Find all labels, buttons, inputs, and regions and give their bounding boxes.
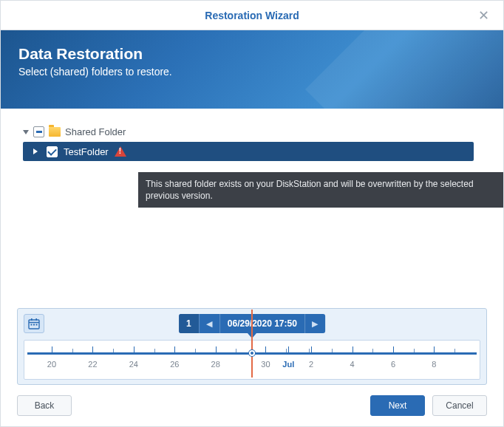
timeline-tick: [311, 346, 312, 352]
timeline-minor-tick: [195, 349, 196, 352]
timeline-tick-label: 8: [432, 360, 436, 369]
timeline-tick: [92, 346, 93, 352]
version-prev-button[interactable]: ◀: [199, 314, 219, 333]
tree-root-label: Shared Folder: [65, 126, 126, 137]
svg-rect-4: [31, 324, 33, 325]
timeline-tick-label: 2: [309, 360, 313, 369]
svg-rect-3: [35, 318, 37, 321]
checkbox-indeterminate[interactable]: [33, 126, 44, 137]
folder-icon: [49, 127, 61, 137]
timeline-minor-tick: [372, 349, 373, 352]
current-position-dot[interactable]: [249, 350, 255, 356]
timeline-minor-tick: [72, 349, 73, 352]
calendar-button[interactable]: [24, 314, 44, 333]
cancel-button[interactable]: Cancel: [432, 395, 487, 416]
tree-child-label: TestFolder: [64, 146, 109, 157]
current-position-line: [251, 310, 253, 378]
timeline-tick: [353, 346, 353, 352]
chevron-down-icon[interactable]: [23, 130, 29, 134]
back-button-label: Back: [35, 400, 55, 411]
timeline-minor-tick: [286, 349, 287, 352]
wizard-footer: Back Next Cancel: [17, 395, 487, 416]
timeline-minor-tick: [414, 349, 415, 352]
close-icon: ✕: [478, 7, 489, 24]
timeline-tick-label: 4: [350, 360, 354, 369]
timeline-tick: [134, 346, 134, 352]
timeline-tick: [216, 346, 217, 352]
timeline-minor-tick: [236, 349, 236, 352]
tree-child-row[interactable]: TestFolder: [23, 142, 474, 161]
cancel-button-label: Cancel: [446, 400, 473, 411]
timeline-minor-tick: [154, 349, 155, 352]
timeline-minor-tick: [309, 349, 310, 352]
back-button[interactable]: Back: [17, 395, 72, 416]
banner-subtitle: Select (shared) folders to restore.: [18, 66, 486, 78]
timeline-tick: [434, 346, 435, 352]
next-button[interactable]: Next: [370, 395, 425, 416]
timeline-tick-label: 20: [47, 360, 56, 369]
timeline-axis-area[interactable]: 202224262830Jul2468: [24, 340, 480, 380]
version-index: 1: [179, 314, 199, 333]
warning-tooltip: This shared folder exists on your DiskSt…: [138, 172, 503, 208]
wizard-body: Shared Folder TestFolder: [1, 109, 503, 161]
timeline-minor-tick: [332, 349, 333, 352]
timeline-tick-label: Jul: [282, 360, 294, 369]
timeline-minor-tick: [113, 349, 114, 352]
window-title: Restoration Wizard: [205, 10, 299, 21]
checkbox-checked[interactable]: [47, 146, 58, 157]
timeline-tick: [265, 346, 266, 352]
next-button-label: Next: [389, 400, 407, 411]
warning-icon: [115, 146, 126, 157]
version-current-label: 06/29/2020 17:50: [219, 314, 304, 333]
banner-title: Data Restoration: [18, 45, 486, 63]
timeline-tick: [174, 346, 175, 352]
timeline-tick: [393, 346, 394, 352]
timeline-tick-label: 24: [129, 360, 138, 369]
timeline-tick-label: 28: [211, 360, 220, 369]
titlebar: Restoration Wizard ✕: [1, 1, 503, 30]
svg-rect-2: [31, 318, 33, 321]
timeline-panel: 1 ◀ 06/29/2020 17:50 ▶ 202224262830Jul24…: [17, 308, 487, 385]
timeline-tick: [288, 346, 289, 352]
tree-root-row[interactable]: Shared Folder: [17, 125, 487, 142]
close-button[interactable]: ✕: [472, 1, 494, 30]
svg-rect-6: [36, 324, 38, 325]
timeline-tick-label: 6: [391, 360, 395, 369]
version-next-button[interactable]: ▶: [304, 314, 325, 333]
timeline-minor-tick: [454, 349, 455, 352]
svg-rect-5: [33, 324, 35, 325]
timeline-tick-label: 22: [88, 360, 97, 369]
timeline-tick-label: 26: [170, 360, 179, 369]
wizard-banner: Data Restoration Select (shared) folders…: [1, 30, 503, 109]
calendar-icon: [28, 318, 40, 329]
timeline-tick: [52, 346, 52, 352]
tooltip-text: This shared folder exists on your DiskSt…: [146, 179, 474, 201]
chevron-right-icon[interactable]: [33, 148, 41, 154]
timeline-tick-label: 30: [261, 360, 270, 369]
